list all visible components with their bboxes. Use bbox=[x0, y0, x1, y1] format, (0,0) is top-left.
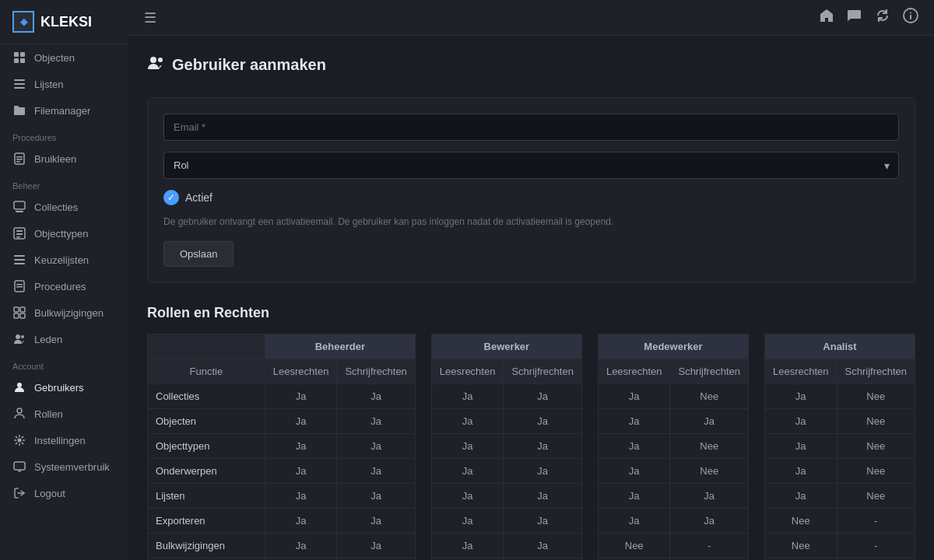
page-title-text: Gebruiker aanmaken bbox=[172, 56, 326, 74]
sidebar-item-bulkwijzigingen[interactable]: Bulkwijzigingen bbox=[0, 299, 128, 326]
svg-rect-21 bbox=[16, 284, 23, 285]
table-cell: - bbox=[670, 534, 748, 558]
sidebar-label-systeemverbruik: Systeemverbruik bbox=[34, 461, 110, 473]
refresh-icon[interactable] bbox=[875, 8, 890, 27]
svg-rect-11 bbox=[14, 201, 25, 209]
table-cell: Nee bbox=[598, 534, 670, 558]
medewerker-lees-subheader: Leesrechten bbox=[598, 359, 670, 384]
home-icon[interactable] bbox=[819, 8, 834, 27]
table-cell-func: Lijsten bbox=[148, 484, 265, 509]
sidebar-item-lijsten[interactable]: Lijsten bbox=[0, 71, 128, 97]
table-cell: Ja bbox=[670, 409, 748, 434]
role-bewerker-header: Bewerker bbox=[431, 334, 581, 359]
svg-rect-14 bbox=[16, 230, 23, 232]
page-content: Gebruiker aanmaken Rol ▾ ✓ Actief De geb… bbox=[128, 36, 934, 560]
sidebar-item-filemanager[interactable]: Filemanager bbox=[0, 97, 128, 124]
table-cell: Ja bbox=[265, 434, 337, 459]
table-cell: Ja bbox=[598, 409, 670, 434]
table-cell: Ja bbox=[265, 534, 337, 558]
table-cell: Nee bbox=[670, 434, 748, 459]
grid-icon bbox=[12, 51, 26, 65]
table-cell: Ja bbox=[337, 509, 415, 534]
role-beheerder-header: Beheerder bbox=[265, 334, 415, 359]
sidebar-item-rollen[interactable]: Rollen bbox=[0, 401, 128, 427]
analist-lees-subheader: Leesrechten bbox=[764, 359, 837, 384]
svg-rect-15 bbox=[16, 233, 23, 235]
sidebar-item-logout[interactable]: Logout bbox=[0, 480, 128, 506]
info-icon[interactable] bbox=[903, 8, 918, 27]
email-input[interactable] bbox=[163, 114, 899, 141]
bewerker-schrijf-subheader: Schrijfrechten bbox=[504, 359, 581, 384]
svg-rect-4 bbox=[14, 79, 25, 81]
svg-rect-19 bbox=[14, 263, 25, 264]
sidebar-item-procedures[interactable]: Procedures bbox=[0, 273, 128, 299]
email-field-wrapper bbox=[163, 114, 899, 141]
main-area: ☰ Gebruiker aanmaken bbox=[128, 0, 934, 560]
table-cell: Nee bbox=[837, 409, 915, 434]
procedures-section-label: Procedures bbox=[0, 124, 128, 145]
table-cell: Ja bbox=[504, 534, 581, 558]
checkbox-checked-icon[interactable]: ✓ bbox=[163, 190, 179, 205]
type-icon bbox=[12, 226, 26, 240]
table-cell: Ja bbox=[598, 434, 670, 459]
table-cell: Ja bbox=[337, 409, 415, 434]
table-cell: Ja bbox=[504, 509, 581, 534]
table-row: Collecties Ja Ja Ja Ja Ja Nee Ja Nee bbox=[148, 384, 915, 409]
svg-point-27 bbox=[16, 334, 20, 339]
table-cell: Ja bbox=[337, 384, 415, 409]
actief-checkbox-row: ✓ Actief bbox=[163, 190, 899, 205]
svg-rect-5 bbox=[14, 83, 25, 85]
sidebar-item-objecttypen[interactable]: Objecttypen bbox=[0, 220, 128, 247]
svg-rect-37 bbox=[910, 15, 911, 19]
table-row: Exporteren Ja Ja Ja Ja Ja Ja Nee - bbox=[148, 509, 915, 534]
sidebar-label-bulkwijzigingen: Bulkwijzigingen bbox=[34, 307, 104, 319]
table-cell: Ja bbox=[431, 459, 504, 484]
table-cell: Ja bbox=[598, 509, 670, 534]
sidebar-label-filemanager: Filemanager bbox=[34, 105, 90, 117]
table-cell: Ja bbox=[670, 484, 748, 509]
svg-rect-18 bbox=[14, 259, 25, 261]
table-cell: Ja bbox=[431, 409, 504, 434]
sidebar-item-leden[interactable]: Leden bbox=[0, 326, 128, 352]
menu-icon[interactable]: ☰ bbox=[144, 9, 156, 26]
sidebar-section-beheer: Beheer Collecties Objecttypen Keuzelijst… bbox=[0, 172, 128, 352]
rol-field-wrapper: Rol ▾ bbox=[163, 152, 899, 179]
sidebar-item-instellingen[interactable]: Instellingen bbox=[0, 427, 128, 453]
table-cell: Ja bbox=[265, 459, 337, 484]
table-cell: Nee bbox=[837, 384, 915, 409]
proc-icon bbox=[12, 279, 26, 293]
sidebar-item-bruikleen[interactable]: Bruikleen bbox=[0, 145, 128, 172]
save-button[interactable]: Opslaan bbox=[163, 241, 234, 267]
beheer-section-label: Beheer bbox=[0, 172, 128, 194]
table-cell-func: Objecttypen bbox=[148, 434, 265, 459]
message-icon[interactable] bbox=[847, 8, 862, 27]
folder-icon bbox=[12, 103, 26, 117]
sidebar-item-keuzelijsten[interactable]: Keuzelijsten bbox=[0, 247, 128, 273]
sidebar-label-objecten: Objecten bbox=[34, 52, 75, 64]
roles-table-title: Rollen en Rechten bbox=[147, 305, 915, 321]
app-logo: ◈ KLEKSI bbox=[0, 0, 128, 44]
table-cell-func: Collecties bbox=[148, 384, 265, 409]
sidebar-item-gebruikers[interactable]: Gebruikers bbox=[0, 374, 128, 401]
analist-schrijf-subheader: Schrijfrechten bbox=[837, 359, 915, 384]
svg-rect-25 bbox=[14, 313, 19, 318]
sidebar-item-collecties[interactable]: Collecties bbox=[0, 194, 128, 220]
svg-rect-22 bbox=[16, 286, 23, 288]
table-cell: Ja bbox=[431, 509, 504, 534]
table-cell: Ja bbox=[504, 384, 581, 409]
role-medewerker-header: Medewerker bbox=[598, 334, 748, 359]
table-cell: - bbox=[837, 509, 915, 534]
rol-select[interactable]: Rol bbox=[163, 152, 899, 179]
svg-rect-2 bbox=[14, 58, 19, 63]
sidebar-item-objecten[interactable]: Objecten bbox=[0, 44, 128, 71]
role-analist-header: Analist bbox=[764, 334, 915, 359]
table-cell: Ja bbox=[265, 409, 337, 434]
table-cell: Nee bbox=[670, 459, 748, 484]
table-cell-func: Onderwerpen bbox=[148, 459, 265, 484]
user-form: Rol ▾ ✓ Actief De gebruiker ontvangt een… bbox=[147, 97, 915, 283]
table-cell: Ja bbox=[431, 434, 504, 459]
topbar: ☰ bbox=[128, 0, 934, 36]
sidebar-label-logout: Logout bbox=[34, 488, 65, 499]
topbar-left: ☰ bbox=[144, 9, 156, 26]
sidebar-item-systeemverbruik[interactable]: Systeemverbruik bbox=[0, 453, 128, 480]
